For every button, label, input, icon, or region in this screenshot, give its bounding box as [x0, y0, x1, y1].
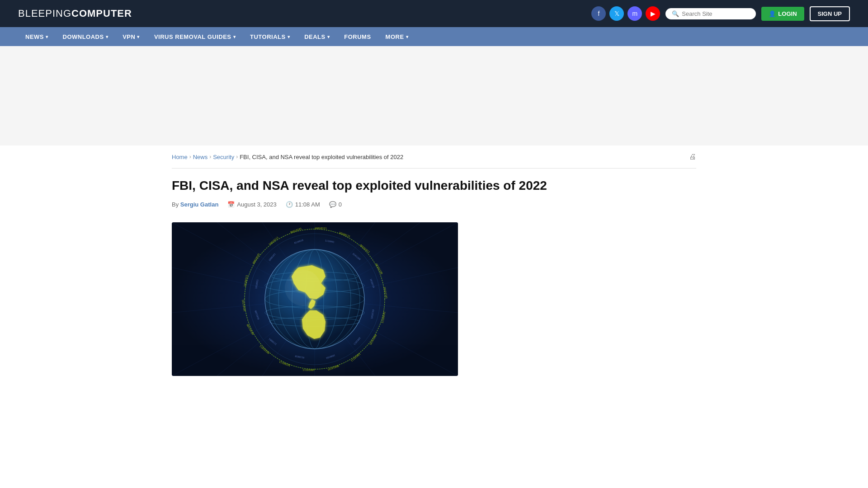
svg-text:10010111: 10010111: [303, 369, 315, 371]
ad-banner: [0, 46, 868, 145]
chevron-down-icon: ▾: [233, 34, 236, 39]
twitter-icon[interactable]: 𝕏: [609, 6, 624, 21]
article-comments[interactable]: 💬 0: [329, 201, 342, 208]
nav-tutorials[interactable]: TUTORIALS ▾: [243, 27, 297, 46]
chevron-down-icon: ▾: [137, 34, 140, 39]
chevron-down-icon: ▾: [288, 34, 290, 39]
signup-button[interactable]: SIGN UP: [810, 6, 850, 21]
login-button[interactable]: 👤 LOGIN: [761, 7, 804, 21]
nav-news[interactable]: NEWS ▾: [18, 27, 56, 46]
nav-more[interactable]: MORE ▾: [378, 27, 416, 46]
youtube-icon[interactable]: ▶: [646, 6, 660, 21]
content-layout: 101001110001010110010111000101011001: [172, 222, 696, 385]
nav-downloads[interactable]: DOWNLOADS ▾: [56, 27, 116, 46]
svg-point-63: [285, 270, 321, 306]
article-date: 📅 August 3, 2023: [227, 201, 276, 208]
mastodon-icon[interactable]: m: [627, 6, 642, 21]
main-nav: NEWS ▾ DOWNLOADS ▾ VPN ▾ VIRUS REMOVAL G…: [0, 27, 868, 46]
header-right: f 𝕏 m ▶ 🔍 👤 LOGIN SIGN UP: [591, 6, 850, 21]
author-link[interactable]: Sergiu Gatlan: [180, 201, 219, 208]
breadcrumb-sep-1: ›: [189, 154, 191, 160]
breadcrumb-home[interactable]: Home: [172, 154, 188, 160]
calendar-icon: 📅: [227, 201, 235, 208]
article-body: 101001110001010110010111000101011001: [172, 222, 542, 385]
sidebar: [561, 222, 696, 385]
breadcrumb-sep-3: ›: [236, 154, 238, 160]
article-time: 🕐 11:08 AM: [286, 201, 320, 208]
search-input[interactable]: [682, 10, 750, 17]
nav-virus-removal[interactable]: VIRUS REMOVAL GUIDES ▾: [147, 27, 243, 46]
breadcrumb-current: FBI, CISA, and NSA reveal top exploited …: [240, 154, 403, 160]
breadcrumb-news[interactable]: News: [193, 154, 208, 160]
logo-text-bold: COMPUTER: [71, 8, 132, 19]
article-image: 101001110001010110010111000101011001: [172, 222, 458, 376]
chevron-down-icon: ▾: [46, 34, 48, 39]
site-logo[interactable]: BLEEPINGCOMPUTER: [18, 8, 132, 19]
main-content: Home › News › Security › FBI, CISA, and …: [163, 145, 705, 385]
search-icon: 🔍: [672, 10, 679, 17]
search-bar: 🔍: [665, 8, 756, 19]
nav-forums[interactable]: FORUMS: [337, 27, 378, 46]
chevron-down-icon: ▾: [106, 34, 108, 39]
comment-icon: 💬: [329, 201, 336, 208]
article-title: FBI, CISA, and NSA reveal top exploited …: [172, 178, 696, 194]
facebook-icon[interactable]: f: [591, 6, 606, 21]
nav-vpn[interactable]: VPN ▾: [115, 27, 147, 46]
nav-deals[interactable]: DEALS ▾: [297, 27, 337, 46]
article-meta: By Sergiu Gatlan 📅 August 3, 2023 🕐 11:0…: [172, 201, 696, 213]
chevron-down-icon: ▾: [327, 34, 330, 39]
logo-text-light: BLEEPING: [18, 8, 71, 19]
breadcrumb-left: Home › News › Security › FBI, CISA, and …: [172, 154, 403, 160]
site-header: BLEEPINGCOMPUTER f 𝕏 m ▶ 🔍 👤 LOGIN SIGN …: [0, 0, 868, 27]
social-icons: f 𝕏 m ▶: [591, 6, 660, 21]
chevron-down-icon: ▾: [406, 34, 409, 39]
print-icon[interactable]: 🖨: [689, 153, 696, 161]
breadcrumb-security[interactable]: Security: [213, 154, 234, 160]
clock-icon: 🕐: [286, 201, 293, 208]
article: FBI, CISA, and NSA reveal top exploited …: [172, 178, 696, 385]
breadcrumb: Home › News › Security › FBI, CISA, and …: [172, 145, 696, 169]
breadcrumb-sep-2: ›: [209, 154, 211, 160]
user-icon: 👤: [769, 10, 776, 17]
author-label: By Sergiu Gatlan: [172, 201, 218, 208]
globe-graphic: 101001110001010110010111000101011001: [172, 222, 458, 376]
svg-text:10010111: 10010111: [315, 227, 327, 230]
